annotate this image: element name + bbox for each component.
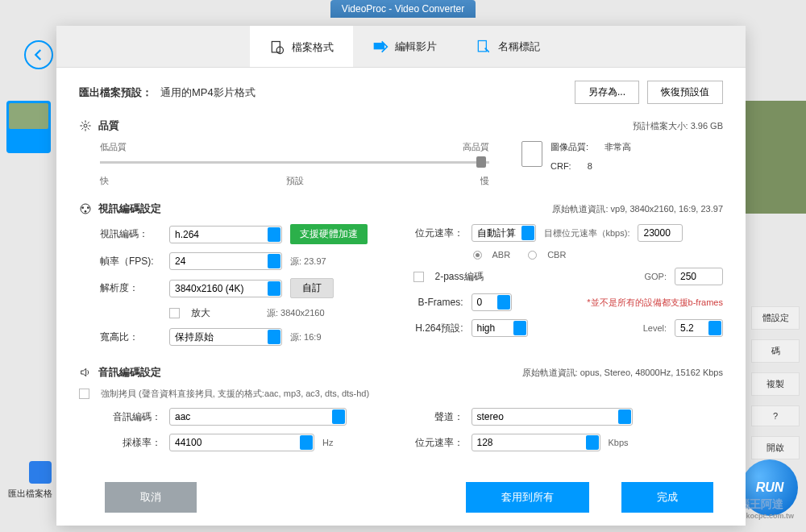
arrow-left-icon (31, 48, 46, 62)
gop-label: GOP: (644, 272, 667, 281)
cbr-radio[interactable] (528, 251, 537, 260)
aspect-label: 寬高比： (100, 330, 161, 344)
audio-track-info: 原始軌道資訊: opus, Stereo, 48000Hz, 15162 Kbp… (522, 367, 723, 379)
target-bitrate-input[interactable] (638, 224, 683, 242)
enlarge-label: 放大 (191, 306, 210, 320)
tag-icon (476, 39, 492, 55)
cancel-button[interactable]: 取消 (105, 482, 197, 513)
tab-label: 名稱標記 (498, 39, 540, 54)
abr-radio[interactable] (473, 251, 482, 260)
slider-low-label: 低品質 (100, 141, 127, 153)
svg-point-8 (85, 210, 87, 213)
scissors-icon (372, 39, 388, 55)
channel-select[interactable]: stereo (472, 408, 633, 426)
fps-select[interactable]: 24 (169, 252, 282, 270)
audio-codec-select[interactable]: aac (169, 408, 347, 426)
force-copy-label: 強制拷貝 (聲音資料直接拷貝, 支援的格式:aac, mp3, ac3, dts… (101, 388, 369, 400)
cbr-label: CBR (547, 250, 566, 260)
side-btn[interactable]: ? (751, 405, 800, 426)
svg-rect-3 (478, 40, 486, 51)
resolution-source: 源: 3840x2160 (267, 307, 325, 319)
crf-value: 8 (588, 161, 592, 171)
sample-rate-select[interactable]: 44100 (169, 434, 314, 451)
force-copy-checkbox[interactable] (79, 389, 89, 399)
quality-section-head: 品質 預計檔案大小: 3.96 GB (79, 118, 723, 133)
quality-slider[interactable] (100, 161, 489, 164)
restore-defaults-button[interactable]: 恢復預設值 (647, 81, 723, 104)
svg-point-7 (87, 206, 89, 209)
section-title: 視訊編碼設定 (98, 202, 161, 216)
slider-thumb[interactable] (476, 156, 486, 168)
side-btn[interactable]: 開啟 (751, 436, 800, 459)
fps-source: 源: 23.97 (290, 256, 326, 268)
h264-preset-select[interactable]: high (472, 319, 528, 337)
abr-label: ABR (492, 250, 511, 260)
custom-resolution-button[interactable]: 自訂 (290, 278, 334, 298)
document-gear-icon (269, 39, 285, 56)
bframes-label: B-Frames: (413, 297, 463, 308)
output-format-icon[interactable] (29, 461, 52, 484)
output-format-label: 匯出檔案格 (8, 488, 52, 500)
audio-section-head: 音訊編碼設定 原始軌道資訊: opus, Stereo, 48000Hz, 15… (79, 365, 723, 380)
resolution-label: 解析度： (100, 281, 161, 295)
speaker-icon (79, 366, 92, 379)
speed-preset: 預設 (286, 175, 304, 187)
gear-icon (79, 119, 92, 132)
film-icon (79, 202, 92, 215)
speed-fast: 快 (100, 175, 109, 187)
tab-file-format[interactable]: 檔案格式 (250, 26, 353, 67)
side-btn[interactable]: 複製 (751, 372, 800, 396)
crf-label: CRF: (550, 161, 571, 171)
est-size: 預計檔案大小: 3.96 GB (633, 120, 723, 132)
audio-bitrate-select[interactable]: 128 (472, 434, 600, 451)
target-bitrate-label: 目標位元速率（kbps): (544, 227, 630, 239)
preview-thumbnail (746, 101, 806, 214)
tab-bar: 檔案格式 編輯影片 名稱標記 (56, 26, 746, 68)
tab-edit-video[interactable]: 編輯影片 (353, 26, 456, 67)
aspect-select[interactable]: 保持原始 (169, 328, 282, 346)
speed-slow: 慢 (480, 175, 489, 187)
gop-input[interactable] (675, 268, 723, 285)
video-thumbnail[interactable] (6, 101, 51, 153)
panel-content: 匯出檔案預設： 通用的MP4影片格式 另存為... 恢復預設值 品質 預計檔案大… (56, 68, 746, 471)
hw-accel-badge: 支援硬體加速 (290, 224, 368, 244)
twopass-checkbox[interactable] (413, 272, 424, 282)
video-codec-select[interactable]: h.264 (169, 226, 282, 243)
side-btn[interactable]: 體設定 (751, 306, 800, 330)
level-label: Level: (643, 323, 667, 333)
sample-unit: Hz (322, 438, 333, 447)
sample-rate-label: 採樣率： (100, 436, 161, 450)
bitrate-mode-select[interactable]: 自動計算 (472, 224, 536, 242)
back-button[interactable] (24, 40, 53, 69)
bframes-input[interactable] (472, 293, 512, 311)
save-as-button[interactable]: 另存為... (575, 81, 639, 104)
preset-value: 通用的MP4影片格式 (160, 85, 256, 100)
done-button[interactable]: 完成 (621, 482, 713, 513)
twopass-label: 2-pass編碼 (435, 270, 484, 284)
settings-panel: 檔案格式 編輯影片 名稱標記 匯出檔案預設： 通用的MP4影片格式 另存為...… (56, 26, 746, 526)
slider-high-label: 高品質 (463, 141, 489, 153)
bitrate-label: 位元速率： (413, 227, 463, 240)
svg-rect-2 (374, 43, 384, 49)
video-track-info: 原始軌道資訊: vp9, 3840x2160, 16:9, 23.97 (552, 203, 723, 215)
side-btn[interactable]: 碼 (751, 339, 800, 363)
tab-label: 編輯影片 (395, 39, 437, 54)
apply-all-button[interactable]: 套用到所有 (466, 482, 589, 513)
aspect-source: 源: 16:9 (290, 331, 322, 343)
bframes-warning: *並不是所有的設備都支援b-frames (587, 297, 723, 309)
enlarge-checkbox[interactable] (169, 308, 180, 318)
svg-point-4 (84, 124, 87, 127)
tab-name-tag[interactable]: 名稱標記 (456, 26, 559, 67)
level-select[interactable]: 5.2 (675, 319, 723, 337)
document-icon (521, 141, 542, 167)
video-codec-label: 視訊編碼： (100, 227, 161, 241)
image-quality-label: 圖像品質: (550, 141, 588, 153)
audio-bitrate-label: 位元速率： (413, 436, 463, 450)
footer-buttons: 取消 套用到所有 完成 (56, 471, 746, 526)
resolution-select[interactable]: 3840x2160 (4K) (169, 280, 282, 297)
section-title: 音訊編碼設定 (98, 365, 161, 380)
image-quality-value: 非常高 (604, 141, 631, 153)
preset-row: 匯出檔案預設： 通用的MP4影片格式 另存為... 恢復預設值 (79, 81, 723, 104)
audio-codec-label: 音訊編碼： (100, 410, 161, 424)
h264-preset-label: H.264預設: (413, 322, 463, 335)
